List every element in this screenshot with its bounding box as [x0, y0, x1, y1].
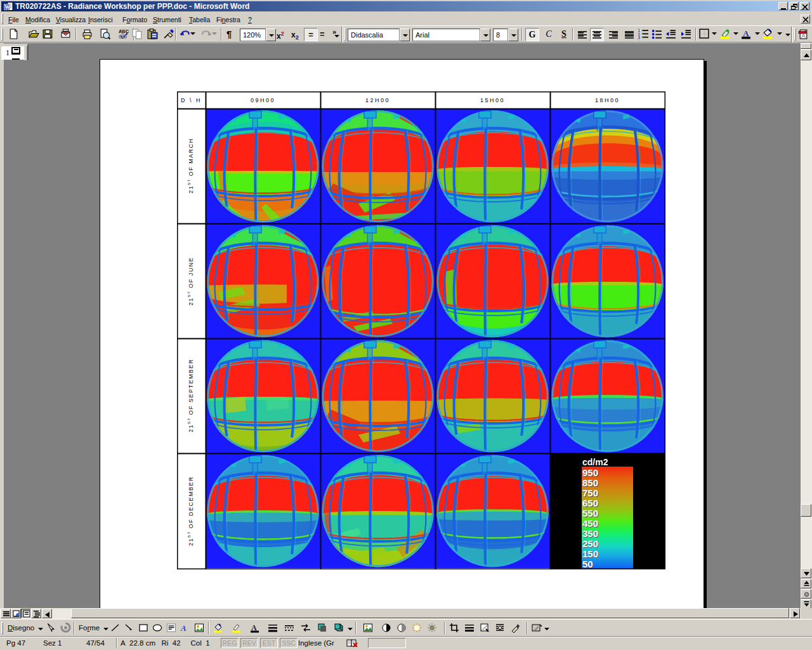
svg-text:W: W — [4, 4, 10, 10]
svg-text:A: A — [180, 623, 187, 633]
svg-text:3: 3 — [638, 36, 640, 39]
svg-text:A: A — [251, 623, 257, 632]
svg-text:A: A — [743, 29, 749, 38]
